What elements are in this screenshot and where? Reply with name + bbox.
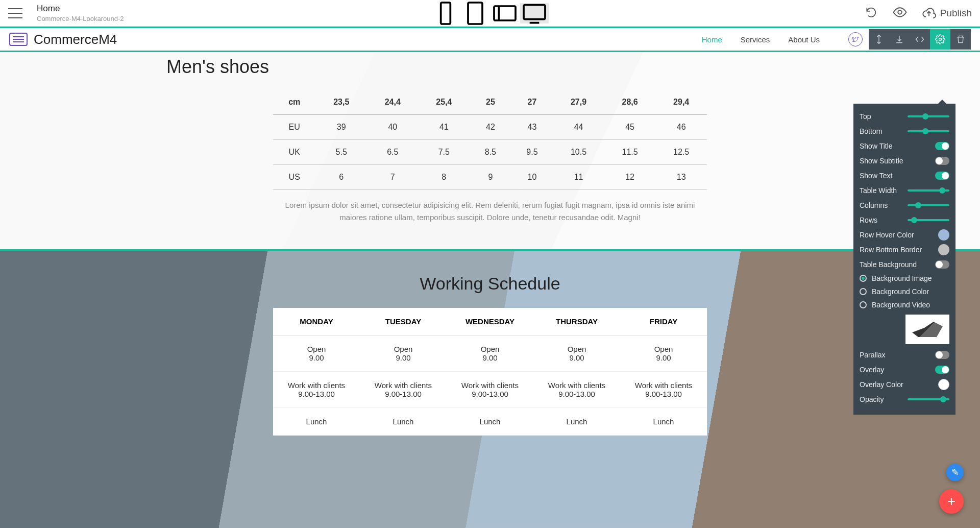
label-showtitle: Show Title (860, 142, 893, 150)
table-header[interactable]: 27 (511, 90, 553, 115)
brand-text[interactable]: CommerceM4 (34, 32, 117, 47)
toggle-table-bg[interactable] (935, 260, 949, 269)
label-showsubtitle: Show Subtitle (860, 157, 903, 165)
section-shoe-table[interactable]: Men's shoes cm23,524,425,4252727,928,629… (0, 52, 980, 249)
slider-rows[interactable] (908, 219, 949, 221)
project-name: Commerce-M4-Lookaround-2 (37, 15, 124, 22)
publish-button[interactable]: Publish (922, 6, 972, 20)
table-header[interactable]: 25 (470, 90, 511, 115)
section2-title[interactable]: Working Schedule (420, 274, 560, 294)
label-top: Top (860, 112, 871, 121)
section1-title[interactable]: Men's shoes (166, 56, 269, 78)
download-block-icon[interactable] (889, 29, 910, 50)
label-parallax: Parallax (860, 351, 886, 359)
cloud-upload-icon (922, 6, 936, 20)
table-header[interactable]: cm (273, 90, 315, 115)
publish-label: Publish (940, 8, 972, 19)
device-desktop-button[interactable] (520, 3, 549, 23)
label-rowborder: Row Bottom Border (860, 246, 922, 254)
block-settings-panel: Top Bottom Show Title Show Subtitle Show… (853, 104, 955, 415)
slider-opacity[interactable] (908, 398, 949, 400)
svg-rect-4 (524, 5, 545, 19)
label-tablewidth: Table Width (860, 186, 897, 195)
table-row[interactable]: EU3940414243444546 (273, 115, 707, 140)
toggle-show-title[interactable] (935, 142, 949, 150)
slider-table-width[interactable] (908, 189, 949, 191)
shoe-size-table[interactable]: cm23,524,425,4252727,928,629,4 EU3940414… (273, 90, 707, 190)
canvas: Men's shoes cm23,524,425,4252727,928,629… (0, 52, 980, 528)
add-block-fab-icon[interactable]: + (939, 489, 964, 514)
table-header[interactable]: 25,4 (419, 90, 470, 115)
table-header[interactable]: WEDNESDAY (447, 308, 533, 335)
table-row[interactable]: UK5.56.57.58.59.510.511.512.5 (273, 140, 707, 165)
radio-bg-video[interactable]: Background Video (860, 298, 949, 311)
label-bottom: Bottom (860, 127, 882, 135)
nav-link-home[interactable]: Home (702, 35, 722, 44)
page-title: Home (37, 4, 124, 14)
device-switcher (431, 3, 549, 23)
site-nav: Home Services About Us (702, 32, 863, 46)
label-opacity: Opacity (860, 395, 884, 403)
color-row-border[interactable] (938, 244, 949, 255)
table-header[interactable]: 28,6 (604, 90, 656, 115)
nav-link-about[interactable]: About Us (788, 35, 820, 44)
move-block-icon[interactable] (869, 29, 889, 50)
device-tablet-portrait-button[interactable] (461, 3, 489, 23)
table-header[interactable]: 29,4 (655, 90, 707, 115)
color-overlay[interactable] (938, 379, 949, 390)
section1-text[interactable]: Lorem ipsum dolor sit amet, consectetur … (271, 199, 709, 224)
menu-icon[interactable] (8, 8, 22, 18)
table-header[interactable]: 24,4 (367, 90, 419, 115)
label-showtext: Show Text (860, 172, 892, 180)
label-rowhover: Row Hover Color (860, 231, 914, 239)
table-header[interactable]: THURSDAY (533, 308, 620, 335)
block-toolbar (869, 29, 971, 50)
app-topbar: Home Commerce-M4-Lookaround-2 Publish (0, 0, 980, 27)
breadcrumb: Home Commerce-M4-Lookaround-2 (37, 4, 124, 22)
table-row[interactable]: LunchLunchLunchLunchLunch (273, 408, 707, 436)
table-header[interactable]: MONDAY (273, 308, 360, 335)
section-schedule[interactable]: Working Schedule MONDAYTUESDAYWEDNESDAYT… (0, 249, 980, 528)
svg-rect-2 (494, 6, 516, 20)
undo-icon[interactable] (865, 6, 878, 21)
device-tablet-landscape-button[interactable] (491, 3, 519, 23)
settings-gear-icon[interactable] (930, 29, 950, 50)
radio-bg-color[interactable]: Background Color (860, 285, 949, 298)
slider-columns[interactable] (908, 204, 949, 206)
table-row[interactable]: US678910111213 (273, 165, 707, 190)
label-rows: Rows (860, 216, 877, 224)
toggle-overlay[interactable] (935, 366, 949, 374)
radio-bg-image[interactable]: Background Image (860, 272, 949, 285)
device-mobile-button[interactable] (431, 3, 460, 23)
nav-link-services[interactable]: Services (741, 35, 770, 44)
toggle-parallax[interactable] (935, 351, 949, 359)
table-header[interactable]: 27,9 (553, 90, 604, 115)
style-fab-icon[interactable]: ✎ (946, 464, 964, 481)
topbar-right: Publish (865, 5, 972, 22)
code-block-icon[interactable] (910, 29, 930, 50)
svg-point-6 (898, 10, 902, 14)
toggle-show-subtitle[interactable] (935, 157, 949, 165)
table-row[interactable]: Work with clients9.00-13.00Work with cli… (273, 372, 707, 408)
site-header: CommerceM4 Home Services About Us (0, 27, 980, 52)
slider-top[interactable] (908, 115, 949, 117)
label-overlaycolor: Overlay Color (860, 380, 903, 389)
toggle-show-text[interactable] (935, 172, 949, 180)
table-header[interactable]: TUESDAY (360, 308, 447, 335)
preview-eye-icon[interactable] (892, 5, 908, 22)
label-tablebg: Table Background (860, 260, 917, 269)
slider-bottom[interactable] (908, 130, 949, 132)
bg-image-thumbnail[interactable] (905, 315, 949, 344)
label-columns: Columns (860, 201, 888, 209)
table-header[interactable]: 23,5 (315, 90, 367, 115)
table-header[interactable]: FRIDAY (620, 308, 707, 335)
delete-block-icon[interactable] (950, 29, 971, 50)
schedule-table[interactable]: MONDAYTUESDAYWEDNESDAYTHURSDAYFRIDAY Ope… (273, 308, 707, 436)
label-overlay: Overlay (860, 366, 884, 374)
twitter-icon[interactable] (848, 32, 863, 46)
table-row[interactable]: Open9.00Open9.00Open9.00Open9.00Open9.00 (273, 335, 707, 372)
svg-rect-0 (441, 3, 451, 24)
brand-logo-icon (9, 33, 28, 46)
svg-point-10 (939, 38, 942, 41)
color-row-hover[interactable] (938, 229, 949, 241)
